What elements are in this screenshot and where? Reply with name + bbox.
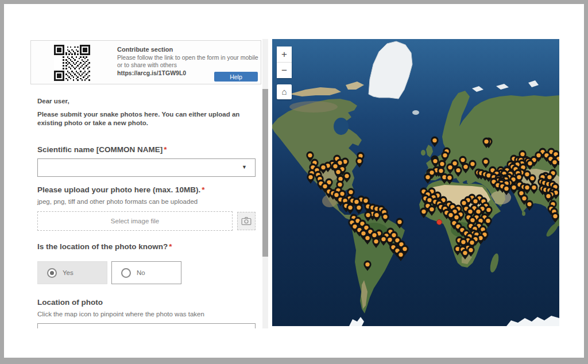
home-button[interactable]: ⌂ — [277, 84, 292, 99]
zoom-in-button[interactable]: + — [277, 47, 292, 62]
help-button[interactable]: Help — [214, 72, 258, 82]
required-asterisk: * — [164, 145, 167, 154]
photo-upload-label: Please upload your photo here (max. 10MB… — [37, 185, 200, 194]
contribute-card: Contribute section Please follow the lin… — [30, 40, 261, 84]
world-map-svg[interactable] — [272, 39, 559, 326]
app-window: Contribute section Please follow the lin… — [0, 0, 588, 364]
scientific-name-select[interactable]: ▼ — [37, 158, 256, 177]
page-background: Contribute section Please follow the lin… — [4, 4, 584, 358]
photo-location-question: Location of photo — [37, 298, 103, 307]
photo-location-label: Location of photo — [37, 298, 103, 307]
radio-icon — [47, 268, 57, 278]
radio-label: No — [137, 269, 145, 276]
photo-upload-hint: jpeg, png, tiff and other photo formats … — [37, 198, 198, 205]
contribute-description: Please follow the link to open the form … — [117, 54, 261, 69]
highlight-dot[interactable] — [437, 220, 442, 225]
select-image-file-label: Select image file — [111, 218, 159, 224]
radio-option-yes[interactable]: Yes — [37, 261, 107, 284]
photo-location-hint: Click the map icon to pinpoint where the… — [37, 311, 204, 317]
greeting-text: Dear user, — [37, 98, 69, 104]
map-panel[interactable]: + − ⌂ — [272, 39, 559, 326]
take-photo-button[interactable] — [237, 212, 256, 230]
location-known-question: Is the location of the photo known?* — [37, 242, 172, 251]
select-image-file-button[interactable]: Select image file — [37, 211, 233, 231]
required-asterisk: * — [202, 185, 204, 194]
zoom-out-button[interactable]: − — [277, 63, 292, 78]
scientific-name-label: Scientific name [COMMON NAME] — [37, 145, 163, 154]
qr-code — [54, 45, 90, 81]
scrollbar-thumb[interactable] — [262, 89, 268, 257]
scientific-name-question: Scientific name [COMMON NAME]* — [37, 145, 167, 154]
contribute-title: Contribute section — [117, 46, 261, 53]
home-icon: ⌂ — [281, 87, 287, 96]
photo-location-input[interactable] — [37, 323, 256, 328]
required-asterisk: * — [169, 242, 172, 251]
radio-icon — [121, 268, 131, 278]
location-known-label: Is the location of the photo known? — [37, 242, 168, 251]
photo-upload-question: Please upload your photo here (max. 10MB… — [37, 185, 205, 194]
map-controls: + − ⌂ — [277, 47, 292, 99]
form-scrollbar[interactable] — [262, 39, 268, 328]
intro-message: Please submit your snake photos here. Yo… — [37, 110, 261, 127]
chevron-down-icon: ▼ — [242, 164, 247, 170]
camera-icon — [241, 216, 252, 226]
radio-label: Yes — [63, 269, 74, 276]
survey-form-panel: Contribute section Please follow the lin… — [30, 40, 261, 328]
radio-option-no[interactable]: No — [111, 261, 181, 284]
